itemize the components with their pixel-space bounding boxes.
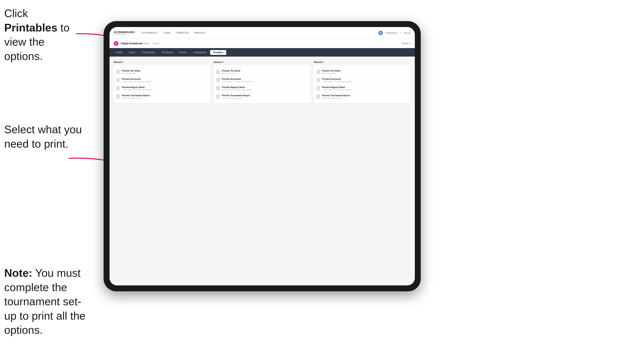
round-3-tee-sheet[interactable]: Preview Tee Sheet Tee Sheet required: [316, 68, 408, 76]
user-email: blair@clippd.io: [386, 32, 398, 34]
round-1-tournament-report[interactable]: Preview Tournament Report Round Completi…: [116, 93, 208, 101]
round-3-tournament-report[interactable]: Preview Tournament Report Round Completi…: [316, 93, 408, 101]
tournament-name: Clippd Invitational: [120, 42, 142, 45]
tab-teams[interactable]: Teams: [126, 50, 138, 55]
round-2-report-text: Preview Tournament Report Round Completi…: [222, 94, 308, 99]
scoreboard-logo: SCOREBOARD Powered by clippd: [114, 31, 135, 35]
logo-sub-text: Powered by clippd: [114, 34, 135, 35]
round-2-section: Round 2 Preview Tee Sheet Tee Sheet requ…: [214, 61, 310, 103]
tab-printables[interactable]: Printables: [210, 50, 226, 55]
document-icon-6: [216, 78, 220, 82]
document-icon-7: [216, 86, 220, 91]
round-3-scorecard[interactable]: Preview Scorecard Course setup + Tee She…: [316, 76, 408, 84]
round-2-raguzzi-text: Preview Raguzzi Sheet Course setup + Tee…: [222, 86, 308, 91]
tablet-screen: SCOREBOARD Powered by clippd TOURNAMENTS…: [110, 27, 415, 285]
top-nav: SCOREBOARD Powered by clippd TOURNAMENTS…: [110, 27, 415, 39]
document-icon: [116, 70, 120, 74]
round-1-section: Round 1 Preview Tee Sheet Tee Sheet requ…: [114, 61, 210, 103]
round-3-scorecard-text: Preview Scorecard Course setup + Tee She…: [322, 78, 408, 83]
document-icon-9: [316, 70, 320, 74]
document-icon-11: [316, 86, 320, 91]
note-bold: Note:: [4, 267, 32, 279]
tab-results[interactable]: Results: [176, 50, 190, 55]
round-1-card: Preview Tee Sheet Tee Sheet required: [114, 65, 210, 103]
round-3-section: Round 3 Preview Tee Sheet Tee Sheet requ…: [314, 61, 410, 103]
instruction-top: Click Printables to view the options.: [4, 6, 80, 63]
round-1-report-text: Preview Tournament Report Round Completi…: [122, 94, 208, 99]
tab-tee-groups[interactable]: Tee Groups: [159, 50, 176, 55]
round-3-card: Preview Tee Sheet Tee Sheet required: [314, 65, 410, 103]
round-3-raguzzi[interactable]: Preview Raguzzi Sheet Course setup + Tee…: [316, 84, 408, 93]
document-icon-4: [116, 95, 120, 99]
round-3-title: Round 3: [314, 61, 410, 63]
round-2-title: Round 2: [214, 61, 310, 63]
tab-leaderboards[interactable]: Leaderboards: [190, 50, 209, 55]
top-nav-links: TOURNAMENTS TEAMS COMMITTEE RANKINGS: [141, 32, 378, 34]
round-2-scorecard-text: Preview Scorecard Course setup + Tee She…: [222, 78, 308, 83]
document-icon-8: [216, 95, 220, 99]
nav-link-tournaments[interactable]: TOURNAMENTS: [141, 32, 158, 34]
round-1-tee-sheet[interactable]: Preview Tee Sheet Tee Sheet required: [116, 68, 208, 76]
user-avatar: B: [378, 31, 383, 35]
tournament-bar: C Clippd Invitational (Men) Hosting Canc…: [110, 39, 415, 48]
tab-course-setup[interactable]: Course Setup: [139, 50, 158, 55]
tournament-bracket: (Men): [144, 42, 149, 44]
round-2-tee-text: Preview Tee Sheet Tee Sheet required: [222, 70, 308, 74]
separator: |: [401, 32, 401, 34]
tab-details[interactable]: Details: [113, 50, 125, 55]
round-1-scorecard-text: Preview Scorecard Course setup + Tee She…: [122, 78, 208, 83]
instruction-bottom: Note: You must complete the tournament s…: [4, 266, 89, 337]
round-1-raguzzi[interactable]: Preview Raguzzi Sheet Course setup + Tee…: [116, 84, 208, 93]
round-2-scorecard[interactable]: Preview Scorecard Course setup + Tee She…: [216, 76, 308, 84]
document-icon-3: [116, 86, 120, 91]
round-1-raguzzi-text: Preview Raguzzi Sheet Course setup + Tee…: [122, 86, 208, 91]
round-1-tee-text: Preview Tee Sheet Tee Sheet required: [122, 70, 208, 74]
top-nav-right: B blair@clippd.io | Sign out: [378, 31, 410, 35]
sub-nav: Details Teams Course Setup Tee Groups Re…: [110, 48, 415, 57]
nav-link-rankings[interactable]: RANKINGS: [194, 32, 206, 34]
document-icon-12: [316, 95, 320, 99]
round-2-tournament-report[interactable]: Preview Tournament Report Round Completi…: [216, 93, 308, 101]
cancel-button[interactable]: Cancel ✕: [402, 42, 410, 44]
round-1-scorecard[interactable]: Preview Scorecard Course setup + Tee She…: [116, 76, 208, 84]
document-icon-2: [116, 78, 120, 82]
round-2-tee-sheet[interactable]: Preview Tee Sheet Tee Sheet required: [216, 68, 308, 76]
round-3-tee-text: Preview Tee Sheet Tee Sheet required: [322, 70, 408, 74]
nav-link-committee[interactable]: COMMITTEE: [176, 32, 189, 34]
round-2-card: Preview Tee Sheet Tee Sheet required: [214, 65, 310, 103]
rounds-grid: Round 1 Preview Tee Sheet Tee Sheet requ…: [114, 61, 410, 103]
document-icon-10: [316, 78, 320, 82]
tournament-logo: C: [114, 41, 118, 46]
document-icon-5: [216, 70, 220, 74]
instruction-mid: Select what you need to print.: [4, 122, 84, 151]
main-content: Round 1 Preview Tee Sheet Tee Sheet requ…: [110, 57, 415, 285]
round-3-raguzzi-text: Preview Raguzzi Sheet Course setup + Tee…: [322, 86, 408, 91]
tournament-status: Hosting: [153, 42, 159, 44]
sign-out-link[interactable]: Sign out: [404, 32, 410, 34]
round-1-title: Round 1: [114, 61, 210, 63]
round-2-raguzzi[interactable]: Preview Raguzzi Sheet Course setup + Tee…: [216, 84, 308, 93]
printables-bold: Printables: [4, 21, 57, 34]
round-3-report-text: Preview Tournament Report Round Completi…: [322, 94, 408, 99]
nav-link-teams[interactable]: TEAMS: [163, 32, 170, 34]
logo-main-text: SCOREBOARD: [114, 31, 135, 34]
tablet-device: SCOREBOARD Powered by clippd TOURNAMENTS…: [104, 21, 421, 291]
